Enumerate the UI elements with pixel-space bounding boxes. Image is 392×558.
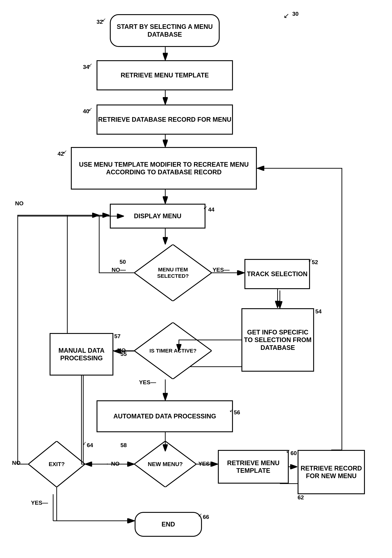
ref-64: 64 — [87, 442, 93, 449]
yes-label-50: YES— — [213, 267, 230, 273]
diamond-64: EXIT? — [28, 441, 85, 487]
no-label-55: ←NO — [112, 347, 126, 354]
ref-58: 58 — [121, 442, 127, 449]
ref-57: 57 — [114, 333, 121, 340]
yes-label-58: YES— — [198, 461, 215, 467]
node-52: TRACK SELECTION — [244, 259, 310, 289]
diamond-50: MENU ITEM SELECTED? — [134, 244, 212, 301]
ref-60: 60 — [290, 450, 297, 456]
ref-52: 52 — [312, 259, 318, 266]
no-label-left: NO — [15, 200, 24, 207]
diamond-55: IS TIMER ACTIVE? — [134, 323, 212, 379]
ref-30: 30 — [292, 11, 299, 17]
node-54: GET INFO SPECIFIC TO SELECTION FROM DATA… — [241, 308, 314, 372]
end-node: END — [135, 512, 202, 537]
node-42: USE MENU TEMPLATE MODIFIER TO RECREATE M… — [71, 147, 257, 190]
node-60: RETRIEVE MENU TEMPLATE — [218, 450, 289, 484]
start-node: START BY SELECTING A MENU DATABASE — [110, 14, 220, 47]
node-57: MANUAL DATA PROCESSING — [50, 333, 113, 375]
flowchart-diagram: 30 ↙ START BY SELECTING A MENU DATABASE … — [0, 0, 392, 558]
ref-66: 66 — [203, 514, 209, 520]
node-34: RETRIEVE MENU TEMPLATE — [96, 60, 233, 90]
ref-50: 50 — [120, 259, 126, 265]
no-label-58: ←NO — [105, 461, 120, 467]
no-label-50: NO— — [112, 267, 126, 273]
yes-label-55: YES— — [139, 379, 156, 386]
ref-62: 62 — [298, 494, 304, 501]
node-44: DISPLAY MENU — [110, 204, 205, 228]
no-label-64: NO — [12, 460, 21, 466]
diamond-58: NEW MENU? — [134, 441, 196, 487]
ref-44: 44 — [208, 206, 215, 213]
yes-label-64: YES— — [31, 499, 48, 506]
ref-54: 54 — [315, 308, 322, 315]
node-56: AUTOMATED DATA PROCESSING — [96, 400, 233, 432]
ref-56: 56 — [234, 409, 240, 416]
node-62: RETRIEVE RECORD FOR NEW MENU — [298, 450, 365, 494]
node-40: RETRIEVE DATABASE RECORD FOR MENU — [96, 105, 233, 135]
